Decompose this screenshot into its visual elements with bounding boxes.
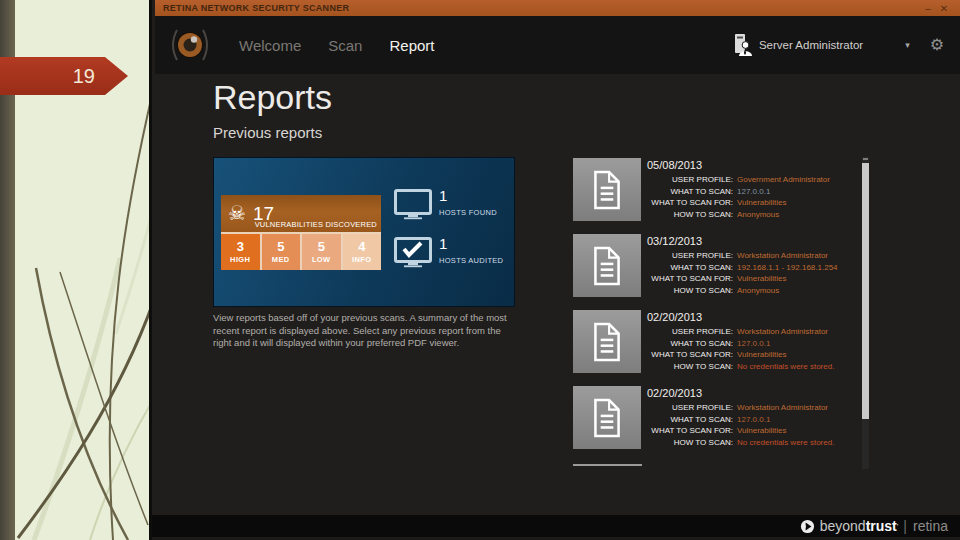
- report-field-label: WHAT TO SCAN:: [647, 262, 733, 274]
- list-clipped-next-item: [573, 464, 642, 466]
- tab-welcome[interactable]: Welcome: [239, 37, 301, 54]
- footer-trademark: ’: [897, 522, 899, 531]
- report-field-label: WHAT TO SCAN:: [647, 338, 733, 350]
- report-field-label: HOW TO SCAN:: [647, 437, 733, 449]
- report-field-value: 127.0.0.1: [737, 414, 770, 426]
- page-title: Reports: [213, 78, 332, 117]
- app-navbar: Welcome Scan Report Server Administrator…: [155, 16, 960, 74]
- retina-app-window: RETINA NETWORK SECURITY SCANNER – ✕ Welc…: [152, 0, 960, 540]
- report-field-label: USER PROFILE:: [647, 326, 733, 338]
- tab-scan[interactable]: Scan: [328, 37, 362, 54]
- document-icon: [592, 246, 622, 286]
- footer-separator: |: [903, 518, 907, 534]
- vulnerabilities-label: VULNERABILITIES DISCOVERED: [255, 220, 377, 229]
- vulnerabilities-panel: ☠ 17 VULNERABILITIES DISCOVERED 3 HIGH 5…: [221, 195, 381, 270]
- slide-canvas: 19 RETINA NETWORK SECURITY SCANNER – ✕ W…: [0, 0, 960, 540]
- report-doc-tile[interactable]: [573, 310, 641, 373]
- report-field-value: No credentials were stored.: [737, 437, 834, 449]
- report-date: 02/20/2013: [647, 311, 855, 323]
- footer-brand-trust: trust: [866, 518, 897, 534]
- severity-high-count: 3: [237, 240, 244, 253]
- hosts-found-count: 1: [439, 189, 497, 203]
- retina-eye-logo-icon: [168, 23, 212, 67]
- skull-icon: ☠: [228, 201, 246, 225]
- scrollbar-thumb[interactable]: [862, 163, 869, 419]
- report-item-3[interactable]: 02/20/2013 USER PROFILE:Workstation Admi…: [573, 310, 855, 378]
- recent-report-summary-tile: ☠ 17 VULNERABILITIES DISCOVERED 3 HIGH 5…: [213, 157, 515, 307]
- document-icon: [592, 322, 622, 362]
- report-field-value: Vulnerabilities: [737, 349, 787, 361]
- report-doc-tile[interactable]: [573, 386, 641, 449]
- scrollbar-up-arrow-icon[interactable]: [863, 158, 868, 160]
- report-field-label: HOW TO SCAN:: [647, 285, 733, 297]
- severity-low-count: 5: [318, 240, 325, 253]
- report-date: 02/20/2013: [647, 387, 855, 399]
- document-icon: [592, 398, 622, 438]
- report-field-value: Workstation Administrator: [737, 250, 828, 262]
- report-field-label: WHAT TO SCAN FOR:: [647, 273, 733, 285]
- previous-reports-list: 05/08/2013 USER PROFILE:Government Admin…: [573, 158, 855, 462]
- report-field-label: WHAT TO SCAN FOR:: [647, 425, 733, 437]
- severity-row: 3 HIGH 5 MED 5 LOW 4 INFO: [221, 234, 381, 270]
- severity-low-label: LOW: [312, 255, 331, 264]
- severity-high: 3 HIGH: [221, 234, 260, 270]
- vulnerabilities-header: ☠ 17 VULNERABILITIES DISCOVERED: [221, 195, 381, 232]
- close-button[interactable]: ✕: [936, 3, 952, 14]
- report-doc-tile[interactable]: [573, 234, 641, 297]
- report-date: 03/12/2013: [647, 235, 855, 247]
- hosts-found-label: HOSTS FOUND: [439, 208, 497, 217]
- report-field-label: HOW TO SCAN:: [647, 209, 733, 221]
- severity-info: 4 INFO: [343, 234, 382, 270]
- severity-high-label: HIGH: [230, 255, 250, 264]
- page-subtitle: Previous reports: [213, 124, 322, 141]
- report-field-label: USER PROFILE:: [647, 402, 733, 414]
- report-field-value: Workstation Administrator: [737, 326, 828, 338]
- monitor-icon: [394, 189, 432, 220]
- tab-report[interactable]: Report: [389, 37, 434, 54]
- monitor-check-icon: [394, 237, 432, 268]
- report-field-label: WHAT TO SCAN FOR:: [647, 349, 733, 361]
- report-field-label: USER PROFILE:: [647, 174, 733, 186]
- report-item-2[interactable]: 03/12/2013 USER PROFILE:Workstation Admi…: [573, 234, 855, 302]
- user-name: Server Administrator: [759, 39, 863, 51]
- beyondtrust-logo-icon: [800, 519, 815, 534]
- report-field-value: Vulnerabilities: [737, 197, 787, 209]
- report-field-value: Anonymous: [737, 209, 779, 221]
- slide-number-banner: 19: [0, 57, 128, 95]
- window-titlebar[interactable]: RETINA NETWORK SECURITY SCANNER – ✕: [155, 0, 960, 16]
- report-field-value: Workstation Administrator: [737, 402, 828, 414]
- minimize-button[interactable]: –: [920, 3, 936, 14]
- severity-med-label: MED: [272, 255, 290, 264]
- severity-info-label: INFO: [352, 255, 372, 264]
- report-field-value: Vulnerabilities: [737, 273, 787, 285]
- report-field-label: HOW TO SCAN:: [647, 361, 733, 373]
- report-field-label: WHAT TO SCAN:: [647, 186, 733, 198]
- report-field-label: WHAT TO SCAN FOR:: [647, 197, 733, 209]
- report-field-value: 127.0.0.1: [737, 186, 770, 198]
- hosts-audited-count: 1: [439, 237, 503, 251]
- severity-med: 5 MED: [262, 234, 301, 270]
- report-field-value: No credentials were stored.: [737, 361, 834, 373]
- list-scrollbar[interactable]: [862, 157, 869, 469]
- severity-low: 5 LOW: [302, 234, 341, 270]
- severity-info-count: 4: [358, 240, 365, 253]
- gear-icon[interactable]: ⚙: [930, 37, 944, 53]
- chevron-down-icon[interactable]: ▾: [905, 40, 910, 50]
- window-title: RETINA NETWORK SECURITY SCANNER: [163, 3, 920, 13]
- report-field-value: Anonymous: [737, 285, 779, 297]
- hosts-audited-label: HOSTS AUDITED: [439, 256, 503, 265]
- report-item-1[interactable]: 05/08/2013 USER PROFILE:Government Admin…: [573, 158, 855, 226]
- report-doc-tile[interactable]: [573, 158, 641, 221]
- hosts-found-group: 1 HOSTS FOUND: [394, 189, 503, 220]
- report-field-label: USER PROFILE:: [647, 250, 733, 262]
- hosts-audited-group: 1 HOSTS AUDITED: [394, 237, 503, 268]
- report-field-value: 127.0.0.1: [737, 338, 770, 350]
- reports-description: View reports based off of your previous …: [213, 312, 521, 350]
- report-date: 05/08/2013: [647, 159, 855, 171]
- user-menu[interactable]: Server Administrator ▾ ⚙: [732, 34, 944, 56]
- report-field-value: Government Administrator: [737, 174, 830, 186]
- footer-brand-beyond: beyond: [820, 518, 866, 534]
- slide-number: 19: [73, 65, 95, 88]
- report-field-value: 192.168.1.1 - 192.168.1.254: [737, 262, 838, 274]
- report-item-4[interactable]: 02/20/2013 USER PROFILE:Workstation Admi…: [573, 386, 855, 454]
